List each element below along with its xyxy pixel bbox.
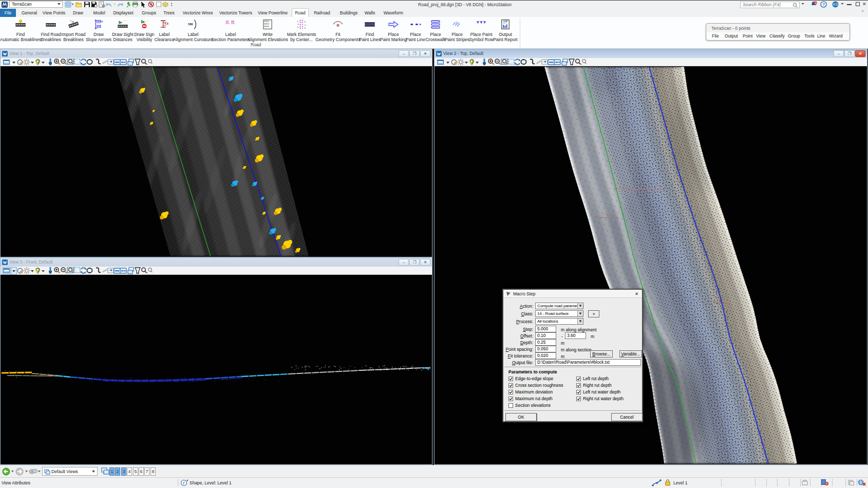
svg-text:KS: KS [833,3,838,6]
svg-text:5XY2: 5XY2 [265,25,270,28]
svg-text:?: ? [822,2,825,7]
svg-text:12: 12 [225,20,229,23]
svg-text:18: 18 [231,20,234,23]
svg-text:2: 2 [815,2,816,5]
svg-text:580: 580 [188,23,193,26]
svg-text:2.5: 2.5 [98,25,101,28]
svg-text:3.0: 3.0 [98,20,101,23]
svg-text:R: R [337,23,340,28]
svg-text:4.8: 4.8 [164,22,168,25]
